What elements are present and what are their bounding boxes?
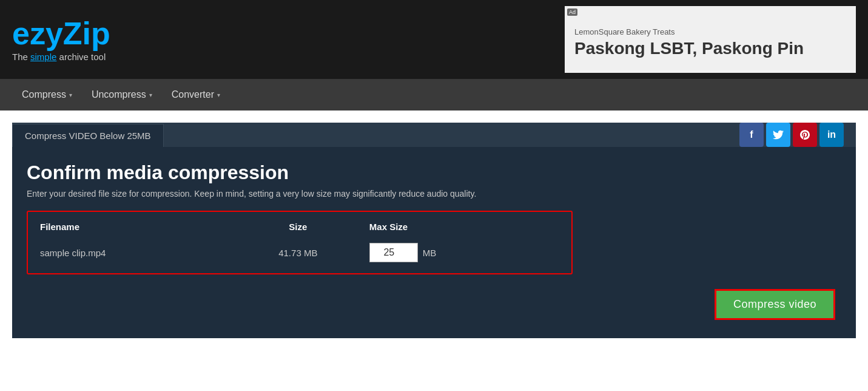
page-subtitle: Enter your desired file size for compres… (27, 189, 841, 199)
ad-banner: Ad LemonSquare Bakery Treats Paskong LSB… (565, 6, 856, 73)
card-top: Compress VIDEO Below 25MB f in (12, 123, 856, 147)
logo-zip: Zip (63, 16, 110, 51)
maxsize-input[interactable] (369, 243, 418, 262)
col-maxsize: Max Size (363, 218, 565, 238)
nav-compress-arrow: ▾ (69, 92, 72, 98)
file-table-wrapper: Filename Size Max Size sample clip.mp4 4… (27, 211, 573, 274)
logo-tagline: The simple archive tool (12, 52, 110, 62)
col-size: Size (233, 218, 363, 238)
file-table: Filename Size Max Size sample clip.mp4 4… (34, 218, 565, 267)
button-row: Compress video (27, 289, 841, 320)
tab-social-row: Compress VIDEO Below 25MB f in (12, 123, 856, 147)
content-area: Confirm media compression Enter your des… (12, 147, 856, 338)
pinterest-button[interactable] (793, 123, 817, 147)
page-title: Confirm media compression (27, 162, 841, 184)
nav-converter[interactable]: Converter ▾ (162, 79, 230, 110)
logo-area: ezyZip The simple archive tool (12, 18, 110, 62)
ad-title: Paskong LSBT, Paskong Pin (574, 39, 846, 58)
logo-ezy: ezy (12, 16, 63, 51)
table-row: sample clip.mp4 41.73 MB MB (34, 238, 565, 267)
social-buttons: f in (739, 123, 844, 147)
ad-subtitle: LemonSquare Bakery Treats (574, 27, 846, 36)
ad-badge: Ad (567, 8, 577, 16)
nav-converter-arrow: ▾ (217, 92, 220, 98)
nav-uncompress-label: Uncompress (92, 89, 146, 100)
twitter-button[interactable] (766, 123, 790, 147)
maxsize-cell: MB (369, 243, 559, 262)
cell-filename: sample clip.mp4 (34, 238, 233, 267)
nav-converter-label: Converter (172, 89, 214, 100)
nav-uncompress-arrow: ▾ (149, 92, 152, 98)
nav-compress[interactable]: Compress ▾ (12, 79, 82, 110)
linkedin-button[interactable]: in (819, 123, 844, 147)
nav-uncompress[interactable]: Uncompress ▾ (82, 79, 162, 110)
col-filename: Filename (34, 218, 233, 238)
facebook-button[interactable]: f (739, 123, 764, 147)
tab-label: Compress VIDEO Below 25MB (12, 124, 164, 147)
main-card: Compress VIDEO Below 25MB f in Confirm m… (12, 123, 856, 338)
mb-label: MB (423, 248, 437, 258)
cell-size: 41.73 MB (233, 238, 363, 267)
navbar: Compress ▾ Uncompress ▾ Converter ▾ (0, 79, 868, 110)
header: ezyZip The simple archive tool Ad LemonS… (0, 0, 868, 79)
logo: ezyZip (12, 18, 110, 49)
nav-compress-label: Compress (22, 89, 66, 100)
compress-button[interactable]: Compress video (715, 289, 835, 320)
cell-maxsize: MB (363, 238, 565, 267)
